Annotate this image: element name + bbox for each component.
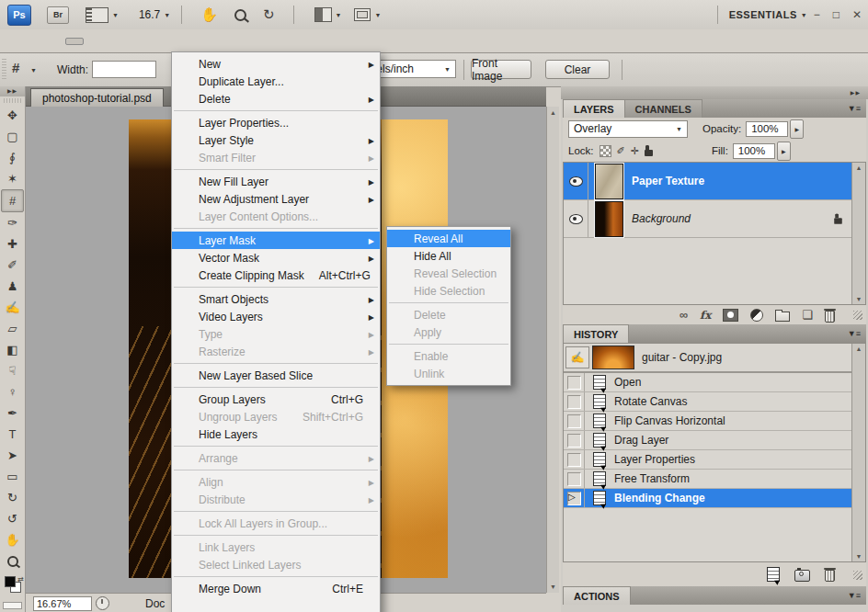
fill-value[interactable]: 100% bbox=[733, 143, 775, 159]
menu-item[interactable]: New ▶ bbox=[172, 55, 380, 73]
submenu-item[interactable]: Enable bbox=[387, 347, 510, 365]
scroll-up-icon[interactable]: ▲ bbox=[547, 109, 559, 116]
history-state-row[interactable]: Layer Properties bbox=[564, 450, 851, 470]
opacity-spinner-icon[interactable]: ▶ bbox=[790, 119, 804, 139]
submenu-item[interactable]: Reveal All bbox=[387, 230, 510, 247]
menu-bar-item[interactable] bbox=[5, 38, 23, 45]
menu-item[interactable] bbox=[174, 470, 378, 470]
link-layers-icon[interactable]: ∞ bbox=[680, 309, 688, 321]
menu-item[interactable] bbox=[174, 363, 378, 364]
clear-button[interactable]: Clear bbox=[545, 60, 610, 79]
menu-item[interactable]: Select Linked Layers bbox=[172, 556, 380, 573]
menu-item[interactable] bbox=[174, 387, 378, 388]
resize-grip-icon[interactable] bbox=[853, 571, 862, 580]
menu-item[interactable]: Layer Properties... bbox=[172, 114, 380, 131]
snapshot-thumbnail[interactable] bbox=[592, 346, 634, 369]
submenu-item[interactable] bbox=[389, 344, 508, 345]
fill-spinner-icon[interactable]: ▶ bbox=[777, 142, 791, 161]
menu-item[interactable]: Layer Mask ▶ bbox=[172, 232, 380, 249]
width-input[interactable] bbox=[92, 61, 156, 78]
menu-item[interactable]: Duplicate Layer... bbox=[172, 73, 380, 90]
menu-item[interactable]: New Fill Layer ▶ bbox=[172, 173, 380, 190]
new-group-icon[interactable] bbox=[775, 312, 790, 322]
history-source-checkbox[interactable] bbox=[564, 392, 585, 411]
history-state-row[interactable]: ▷ Blending Change bbox=[564, 489, 851, 508]
history-state-row[interactable]: Free Transform bbox=[564, 470, 851, 489]
menu-item[interactable]: Type ▶ bbox=[172, 325, 380, 343]
menu-bar-item[interactable] bbox=[45, 38, 63, 45]
history-source-icon[interactable]: ✍ bbox=[565, 346, 589, 368]
submenu-item[interactable]: Apply bbox=[387, 323, 510, 341]
layer-row[interactable]: Paper Texture bbox=[564, 163, 851, 200]
lock-paint-icon[interactable]: ✐ bbox=[617, 146, 625, 156]
tool-preset-dropdown-icon[interactable]: ▼ bbox=[30, 67, 37, 74]
menu-bar-item[interactable] bbox=[106, 38, 124, 45]
arrange-documents-dropdown-icon[interactable]: ▼ bbox=[336, 12, 342, 18]
submenu-item[interactable]: Hide Selection bbox=[387, 282, 510, 300]
adjustment-layer-icon[interactable] bbox=[750, 309, 763, 322]
tab-channels[interactable]: CHANNELS bbox=[625, 99, 702, 118]
menu-item[interactable] bbox=[174, 511, 378, 512]
foreground-color-swatch[interactable] bbox=[5, 576, 16, 587]
history-source-checkbox[interactable] bbox=[564, 412, 585, 430]
menu-item[interactable]: Smart Objects ▶ bbox=[172, 290, 380, 308]
scroll-up-icon[interactable]: ▲ bbox=[852, 346, 865, 352]
delete-state-icon[interactable] bbox=[825, 570, 835, 582]
scroll-down-icon[interactable]: ▼ bbox=[852, 296, 865, 302]
layer-visibility-toggle[interactable] bbox=[564, 163, 588, 199]
menu-bar-item[interactable] bbox=[207, 38, 225, 45]
history-state-row[interactable]: Drag Layer bbox=[564, 431, 851, 450]
submenu-item[interactable]: Reveal Selection bbox=[387, 265, 510, 282]
zoom-tool-icon[interactable] bbox=[234, 9, 246, 21]
zoom-level-field[interactable]: 16.7 bbox=[139, 8, 160, 21]
menu-item[interactable]: Layer Style ▶ bbox=[172, 131, 380, 149]
submenu-item[interactable] bbox=[389, 302, 508, 303]
menu-bar-item[interactable] bbox=[146, 38, 165, 45]
hand-tool-icon[interactable]: ✋ bbox=[200, 6, 218, 23]
lock-transparency-icon[interactable] bbox=[600, 145, 611, 157]
layer-thumbnail[interactable] bbox=[595, 201, 623, 237]
menu-item[interactable]: Rasterize ▶ bbox=[172, 343, 380, 360]
menu-item[interactable]: New Layer Based Slice bbox=[172, 367, 380, 384]
front-image-button[interactable]: Front Image bbox=[471, 60, 531, 79]
menu-item[interactable]: Group Layers Ctrl+G bbox=[172, 391, 380, 408]
lock-all-icon[interactable] bbox=[645, 150, 653, 156]
view-extras-icon[interactable] bbox=[86, 7, 108, 23]
history-snapshot-row[interactable]: ✍ guitar - Copy.jpg bbox=[564, 344, 851, 373]
menu-bar-item[interactable] bbox=[166, 38, 185, 45]
new-layer-icon[interactable]: ❏ bbox=[802, 309, 813, 321]
panel-menu-icon[interactable]: ▼≡ bbox=[848, 591, 866, 600]
history-source-checkbox[interactable] bbox=[564, 373, 585, 391]
history-scrollbar[interactable]: ▲ ▼ bbox=[851, 344, 865, 561]
menu-item[interactable]: Layer Content Options... bbox=[172, 208, 380, 225]
opacity-value[interactable]: 100% bbox=[746, 121, 788, 137]
close-button[interactable]: ✕ bbox=[852, 8, 862, 21]
menu-item[interactable]: Ungroup Layers Shift+Ctrl+G bbox=[172, 408, 380, 425]
new-snapshot-icon[interactable] bbox=[794, 570, 810, 582]
menu-item[interactable] bbox=[174, 287, 378, 288]
rotate-view-icon[interactable]: ↻ bbox=[263, 6, 275, 23]
grip-handle-icon[interactable] bbox=[2, 59, 6, 81]
maximize-button[interactable]: □ bbox=[833, 8, 839, 21]
menu-bar-item[interactable] bbox=[25, 38, 43, 45]
menu-item[interactable]: Merge Down Ctrl+E bbox=[172, 580, 380, 597]
menu-item[interactable]: Link Layers bbox=[172, 538, 380, 556]
panel-menu-icon[interactable]: ▼≡ bbox=[848, 329, 866, 338]
screen-mode-dropdown-icon[interactable]: ▼ bbox=[374, 12, 381, 18]
color-swatches[interactable]: ⇄ bbox=[0, 573, 25, 595]
menu-bar-item[interactable] bbox=[86, 38, 104, 45]
arrange-documents-icon[interactable] bbox=[314, 7, 332, 22]
history-state-row[interactable]: Rotate Canvas bbox=[564, 392, 851, 412]
history-source-checkbox[interactable] bbox=[564, 450, 585, 469]
toolbar-collapse-icon[interactable]: ▶▶ bbox=[0, 86, 25, 96]
layer-thumbnail[interactable] bbox=[595, 164, 623, 199]
menu-bar-item[interactable] bbox=[126, 38, 144, 45]
layers-scrollbar[interactable]: ▲ ▼ bbox=[851, 163, 865, 304]
layer-row[interactable]: Background bbox=[564, 200, 851, 238]
lock-position-icon[interactable]: ✛ bbox=[631, 146, 639, 156]
history-state-row[interactable]: Open bbox=[564, 373, 851, 392]
menu-item[interactable] bbox=[174, 169, 378, 170]
history-source-checkbox[interactable]: ▷ bbox=[564, 489, 585, 507]
workspace-dropdown-icon[interactable]: ▼ bbox=[801, 12, 807, 18]
history-source-checkbox[interactable] bbox=[564, 470, 585, 488]
